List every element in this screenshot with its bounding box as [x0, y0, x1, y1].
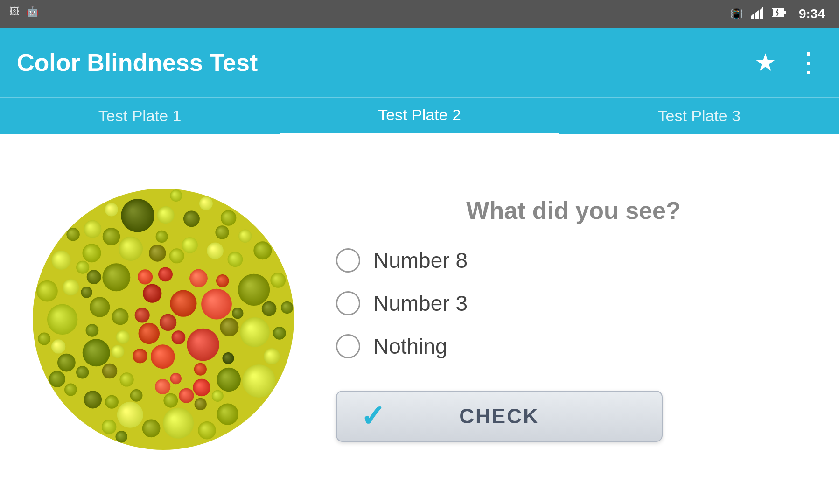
- android-icon: 🤖: [26, 6, 39, 18]
- battery-icon: [772, 7, 786, 21]
- photo-icon: 🖼: [9, 6, 20, 18]
- option-number-8[interactable]: Number 8: [336, 248, 468, 273]
- radio-number-8[interactable]: [336, 248, 360, 273]
- tab-plate-2[interactable]: Test Plate 2: [280, 98, 559, 134]
- radio-nothing[interactable]: [336, 334, 360, 358]
- tab-plate-3[interactable]: Test Plate 3: [559, 98, 839, 134]
- option-nothing[interactable]: Nothing: [336, 334, 447, 359]
- signal-icon: [751, 7, 763, 21]
- status-time: 9:34: [799, 7, 825, 21]
- check-label: CHECK: [459, 405, 539, 428]
- radio-number-3[interactable]: [336, 291, 360, 315]
- label-number-8: Number 8: [373, 248, 468, 273]
- more-menu-icon[interactable]: ⋮: [795, 47, 822, 78]
- svg-marker-2: [751, 13, 754, 19]
- tab-bar: Test Plate 1 Test Plate 2 Test Plate 3: [0, 97, 839, 134]
- check-checkmark-icon: ✓: [360, 399, 385, 434]
- label-number-3: Number 3: [373, 291, 468, 316]
- status-left-icons: 🖼 🤖: [9, 6, 39, 18]
- svg-marker-1: [755, 10, 759, 19]
- label-nothing: Nothing: [373, 334, 447, 359]
- option-number-3[interactable]: Number 3: [336, 291, 468, 316]
- app-title: Color Blindness Test: [17, 49, 755, 77]
- check-button[interactable]: ✓ CHECK: [336, 391, 663, 442]
- question-text: What did you see?: [466, 196, 680, 224]
- tab-plate-1[interactable]: Test Plate 1: [0, 98, 280, 134]
- main-content: What did you see? Number 8 Number 3 Noth…: [0, 134, 839, 504]
- app-bar: Color Blindness Test ★ ⋮: [0, 28, 839, 97]
- svg-rect-4: [784, 11, 786, 14]
- app-bar-actions: ★ ⋮: [755, 47, 822, 78]
- svg-marker-0: [760, 7, 763, 19]
- quiz-panel: What did you see? Number 8 Number 3 Noth…: [299, 196, 811, 442]
- status-bar: 🖼 🤖 📳 9:34: [0, 0, 839, 28]
- favorite-icon[interactable]: ★: [755, 49, 776, 77]
- vibrate-icon: 📳: [730, 8, 743, 20]
- ishihara-plate: [28, 184, 299, 455]
- ishihara-plate-container: [28, 184, 299, 455]
